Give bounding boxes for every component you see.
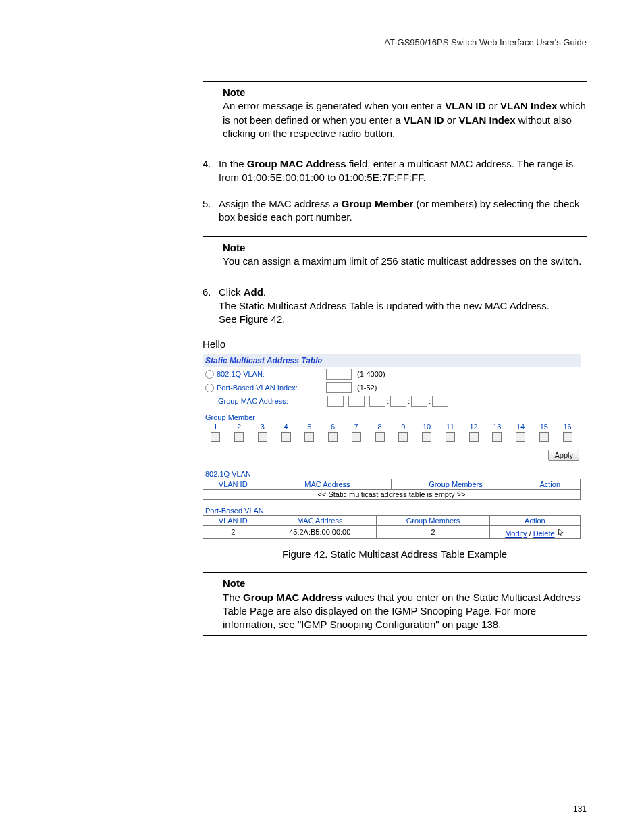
vlan-id-term: VLAN ID xyxy=(404,114,444,126)
delete-link[interactable]: Delete xyxy=(533,529,555,538)
note-text: or xyxy=(485,100,500,111)
vlan-index-term: VLAN Index xyxy=(458,114,515,126)
col-group-members: Group Members xyxy=(392,479,520,490)
port-based-vlan-table: VLAN ID MAC Address Group Members Action… xyxy=(203,515,581,539)
note-block-3: Note The Group MAC Address values that y… xyxy=(203,572,587,636)
radio-8021q-vlan[interactable] xyxy=(205,370,214,379)
step-text: In the xyxy=(219,158,247,170)
note-heading: Note xyxy=(223,242,245,253)
mac-octet-1[interactable] xyxy=(327,396,344,407)
port-checkbox-8[interactable] xyxy=(375,432,385,442)
vlan-id-term: VLAN ID xyxy=(445,100,485,111)
mac-octet-3[interactable] xyxy=(369,396,385,407)
port-number: 11 xyxy=(439,423,462,431)
radio-port-based-vlan[interactable] xyxy=(205,384,214,392)
group-member-label: Group Member xyxy=(203,408,581,423)
cursor-icon xyxy=(558,528,566,538)
step-number: 4. xyxy=(203,157,219,185)
port-checkbox-5[interactable] xyxy=(304,432,314,442)
group-mac-address-term: Group MAC Address xyxy=(243,592,342,603)
port-checkbox-10[interactable] xyxy=(422,432,431,442)
port-checkbox-2[interactable] xyxy=(234,432,244,442)
port-numbers-row: 1 2 3 4 5 6 7 8 9 10 11 12 13 14 15 16 xyxy=(203,423,581,431)
group-mac-address-label: Group MAC Address: xyxy=(218,397,325,405)
port-number: 10 xyxy=(415,423,439,431)
8021q-vlan-range: (1-4000) xyxy=(357,370,385,378)
port-checkbox-3[interactable] xyxy=(258,432,267,442)
apply-button[interactable]: Apply xyxy=(548,450,579,461)
note-text: or xyxy=(444,114,459,126)
note-heading: Note xyxy=(223,86,245,98)
mac-octet-5[interactable] xyxy=(411,396,427,407)
group-mac-address-term: Group MAC Address xyxy=(247,158,346,170)
port-checkbox-11[interactable] xyxy=(446,432,455,442)
mac-octet-6[interactable] xyxy=(432,396,448,407)
cell-group-members: 2 xyxy=(377,526,490,539)
table-row: 2 45:2A:B5:00:00:00 2 Modify / Delete xyxy=(203,526,581,539)
modify-link[interactable]: Modify xyxy=(505,529,527,538)
port-checkbox-7[interactable] xyxy=(352,432,361,442)
8021q-vlan-section-label: 802.1Q VLAN xyxy=(203,463,581,479)
port-checkbox-13[interactable] xyxy=(492,432,502,442)
port-checkbox-6[interactable] xyxy=(328,432,338,442)
figure-caption: Figure 42. Static Multicast Address Tabl… xyxy=(203,548,587,560)
cell-mac-address: 45:2A:B5:00:00:00 xyxy=(263,526,377,539)
port-checkbox-14[interactable] xyxy=(516,432,525,442)
empty-table-message: << Static multicast address table is emp… xyxy=(203,490,581,500)
port-based-vlan-section-label: Port-Based VLAN xyxy=(203,500,581,515)
action-separator: / xyxy=(527,529,533,538)
8021q-vlan-label: 802.1Q VLAN: xyxy=(217,370,323,378)
port-number: 4 xyxy=(274,423,298,431)
step-5: 5. Assign the MAC address a Group Member… xyxy=(203,197,587,225)
cell-vlan-id: 2 xyxy=(203,526,263,539)
port-checkbox-16[interactable] xyxy=(563,432,572,442)
col-action: Action xyxy=(520,479,580,490)
col-action: Action xyxy=(489,516,580,526)
page-number: 131 xyxy=(573,804,587,814)
note-text: The xyxy=(223,592,243,603)
vlan-index-term: VLAN Index xyxy=(500,100,557,111)
col-vlan-id: VLAN ID xyxy=(203,516,263,526)
step-number: 6. xyxy=(203,286,219,327)
note-block-2: Note You can assign a maximum limit of 2… xyxy=(203,236,587,273)
add-term: Add xyxy=(244,286,263,298)
step-text: . xyxy=(263,286,266,298)
port-number: 14 xyxy=(509,423,533,431)
step-text: Assign the MAC address a xyxy=(219,198,342,209)
group-member-term: Group Member xyxy=(342,198,414,209)
port-number: 6 xyxy=(321,423,345,431)
port-based-vlan-input[interactable] xyxy=(326,382,352,393)
mac-octet-2[interactable] xyxy=(348,396,365,407)
step-text: See Figure 42. xyxy=(219,313,285,325)
port-based-vlan-label: Port-Based VLAN Index: xyxy=(217,384,323,392)
step-number: 5. xyxy=(203,197,219,225)
panel-title: Static Multicast Address Table xyxy=(203,354,581,367)
port-number: 1 xyxy=(204,423,227,431)
port-number: 5 xyxy=(298,423,321,431)
port-checkbox-1[interactable] xyxy=(211,432,220,442)
col-vlan-id: VLAN ID xyxy=(203,479,263,490)
port-number: 16 xyxy=(556,423,579,431)
port-number: 2 xyxy=(227,423,251,431)
hello-text: Hello xyxy=(203,338,587,350)
port-number: 3 xyxy=(251,423,275,431)
port-checkbox-15[interactable] xyxy=(539,432,549,442)
note-heading: Note xyxy=(223,577,245,589)
port-checkbox-row xyxy=(203,431,581,447)
note-text: You can assign a maximum limit of 256 st… xyxy=(223,255,581,267)
port-number: 15 xyxy=(533,423,556,431)
port-number: 9 xyxy=(392,423,415,431)
step-text: The Static Multicast Address Table is up… xyxy=(219,300,549,311)
col-mac-address: MAC Address xyxy=(263,516,377,526)
port-number: 13 xyxy=(485,423,509,431)
8021q-vlan-input[interactable] xyxy=(326,369,352,380)
step-text: Click xyxy=(219,286,244,298)
cell-action: Modify / Delete xyxy=(489,526,580,539)
mac-octet-4[interactable] xyxy=(390,396,406,407)
step-6: 6. Click Add. The Static Multicast Addre… xyxy=(203,286,587,327)
port-checkbox-4[interactable] xyxy=(281,432,291,442)
page-header-title: AT-GS950/16PS Switch Web Interface User'… xyxy=(57,37,587,47)
port-checkbox-9[interactable] xyxy=(398,432,408,442)
port-checkbox-12[interactable] xyxy=(469,432,479,442)
8021q-vlan-table: VLAN ID MAC Address Group Members Action… xyxy=(203,479,581,500)
